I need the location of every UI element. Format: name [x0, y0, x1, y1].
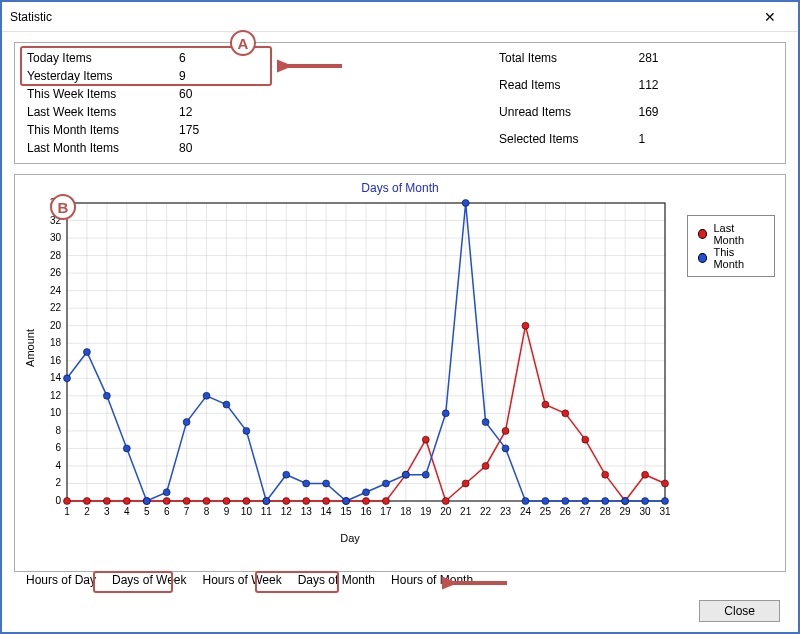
statistic-window: Statistic ✕ Today Items6Yesterday Items9… — [0, 0, 800, 634]
tabs-row: Hours of DayDays of WeekHours of WeekDay… — [18, 570, 481, 590]
svg-point-155 — [522, 498, 529, 505]
tab-hours-of-month[interactable]: Hours of Month — [383, 570, 481, 590]
svg-point-150 — [422, 471, 429, 478]
svg-point-123 — [502, 427, 509, 434]
stats-row: Last Month Items80 — [27, 141, 259, 159]
chart-svg: 0246810121416182022242628303234123456789… — [25, 197, 675, 527]
tab-hours-of-week[interactable]: Hours of Week — [195, 570, 290, 590]
legend-item-this-month: This Month — [698, 246, 764, 270]
svg-text:26: 26 — [560, 506, 572, 517]
stats-row: Today Items6 — [27, 51, 259, 69]
svg-text:5: 5 — [144, 506, 150, 517]
stats-label: This Week Items — [27, 87, 179, 105]
svg-point-138 — [183, 419, 190, 426]
legend-label-this-month: This Month — [713, 246, 764, 270]
tab-days-of-week[interactable]: Days of Week — [104, 570, 194, 590]
stats-value: 60 — [179, 87, 259, 105]
svg-text:30: 30 — [50, 232, 62, 243]
legend-dot-blue — [698, 253, 707, 263]
svg-point-101 — [64, 498, 71, 505]
svg-point-161 — [642, 498, 649, 505]
stats-row: This Week Items60 — [27, 87, 259, 105]
svg-text:34: 34 — [50, 197, 62, 208]
tab-days-of-month[interactable]: Days of Month — [290, 570, 383, 590]
svg-point-147 — [363, 489, 370, 496]
svg-text:3: 3 — [104, 506, 110, 517]
svg-point-106 — [163, 498, 170, 505]
stats-row: Last Week Items12 — [27, 105, 259, 123]
stats-row: Yesterday Items9 — [27, 69, 259, 87]
stats-label: Last Month Items — [27, 141, 179, 159]
svg-text:20: 20 — [440, 506, 452, 517]
stats-column-right: Total Items281Read Items112Unread Items1… — [499, 51, 718, 159]
svg-text:8: 8 — [55, 425, 61, 436]
svg-text:28: 28 — [600, 506, 612, 517]
svg-point-139 — [203, 392, 210, 399]
stats-label: Today Items — [27, 51, 179, 69]
svg-point-154 — [502, 445, 509, 452]
svg-point-157 — [562, 498, 569, 505]
svg-text:25: 25 — [540, 506, 552, 517]
svg-point-135 — [123, 445, 130, 452]
svg-point-116 — [363, 498, 370, 505]
svg-point-132 — [64, 375, 71, 382]
svg-point-117 — [382, 498, 389, 505]
stats-label: Last Week Items — [27, 105, 179, 123]
svg-text:19: 19 — [420, 506, 432, 517]
svg-text:13: 13 — [301, 506, 313, 517]
stats-value: 12 — [179, 105, 259, 123]
close-button[interactable]: Close — [699, 600, 780, 622]
close-icon[interactable]: ✕ — [750, 9, 790, 25]
tab-hours-of-day[interactable]: Hours of Day — [18, 570, 104, 590]
svg-point-120 — [442, 498, 449, 505]
svg-text:24: 24 — [520, 506, 532, 517]
svg-point-158 — [582, 498, 589, 505]
svg-text:32: 32 — [50, 215, 62, 226]
svg-text:27: 27 — [580, 506, 592, 517]
stats-label: Yesterday Items — [27, 69, 179, 87]
svg-point-109 — [223, 498, 230, 505]
svg-point-134 — [103, 392, 110, 399]
svg-point-124 — [522, 322, 529, 329]
svg-point-130 — [642, 471, 649, 478]
button-bar: Close — [699, 600, 780, 622]
svg-point-162 — [662, 498, 669, 505]
legend-label-last-month: Last Month — [713, 222, 764, 246]
svg-text:22: 22 — [50, 302, 62, 313]
stats-label: Total Items — [499, 51, 638, 78]
legend: Last Month This Month — [687, 215, 775, 277]
stats-row: Read Items112 — [499, 78, 718, 105]
y-axis-label: Amount — [24, 329, 36, 367]
stats-value: 169 — [638, 105, 718, 132]
svg-point-146 — [343, 498, 350, 505]
svg-point-153 — [482, 419, 489, 426]
svg-point-121 — [462, 480, 469, 487]
svg-text:31: 31 — [659, 506, 671, 517]
svg-point-133 — [83, 349, 90, 356]
svg-text:2: 2 — [84, 506, 90, 517]
stats-row: This Month Items175 — [27, 123, 259, 141]
svg-text:12: 12 — [50, 390, 62, 401]
svg-point-102 — [83, 498, 90, 505]
svg-text:4: 4 — [124, 506, 130, 517]
stats-value: 175 — [179, 123, 259, 141]
svg-point-112 — [283, 498, 290, 505]
svg-text:1: 1 — [64, 506, 70, 517]
stats-label: This Month Items — [27, 123, 179, 141]
svg-point-136 — [143, 498, 150, 505]
svg-point-103 — [103, 498, 110, 505]
chart-panel: Days of Month Amount 0246810121416182022… — [14, 174, 786, 572]
stats-value: 1 — [638, 132, 718, 159]
svg-point-144 — [303, 480, 310, 487]
stats-row: Unread Items169 — [499, 105, 718, 132]
stats-value: 281 — [638, 51, 718, 78]
svg-point-148 — [382, 480, 389, 487]
svg-point-128 — [602, 471, 609, 478]
svg-text:14: 14 — [321, 506, 333, 517]
svg-text:24: 24 — [50, 285, 62, 296]
chart-plot: Amount 024681012141618202224262830323412… — [25, 197, 675, 544]
svg-text:10: 10 — [50, 407, 62, 418]
svg-point-104 — [123, 498, 130, 505]
svg-point-149 — [402, 471, 409, 478]
titlebar: Statistic ✕ — [2, 2, 798, 32]
